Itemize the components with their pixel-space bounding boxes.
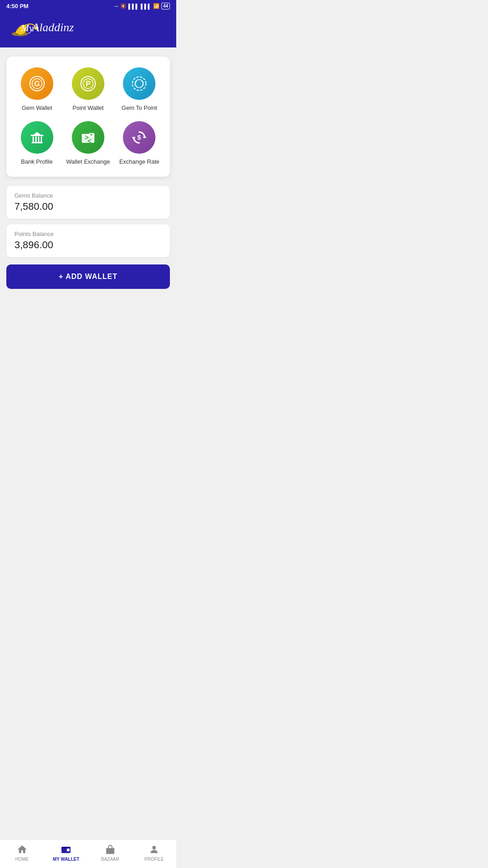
svg-rect-16 (41, 137, 42, 142)
gems-balance-card: Gems Balance 7,580.00 (6, 186, 170, 219)
bank-icon (28, 128, 46, 146)
gem-wallet-item[interactable]: G Gem Wallet (14, 67, 60, 112)
svg-point-10 (132, 77, 146, 90)
point-wallet-icon: P (79, 75, 97, 93)
points-balance-value: 3,896.00 (14, 239, 162, 251)
point-wallet-icon-circle: P (72, 67, 104, 100)
status-bar: 4:50 PM ··· 🔇 ▌▌▌ ▌▌▌ 📶 44 (0, 0, 176, 12)
status-time: 4:50 PM (6, 3, 28, 9)
exchange-rate-label: Exchange Rate (119, 158, 160, 166)
points-balance-label: Points Balance (14, 231, 162, 237)
point-wallet-label: Point Wallet (73, 104, 104, 112)
exchange-rate-item[interactable]: $ Exchange Rate (116, 121, 163, 166)
wallet-exchange-item[interactable]: Wallet Exchange (65, 121, 111, 166)
wallet-exchange-icon-circle (72, 121, 104, 154)
battery-indicator: 44 (161, 3, 170, 9)
wallet-exchange-label: Wallet Exchange (66, 158, 110, 166)
svg-text:P: P (86, 80, 91, 88)
gem-wallet-icon: G (28, 75, 46, 93)
app-header: My Aladdinz (0, 12, 176, 47)
svg-marker-23 (143, 135, 146, 138)
feature-grid: G Gem Wallet P Point Wallet (14, 67, 163, 166)
points-balance-card: Points Balance 3,896.00 (6, 224, 170, 257)
svg-rect-15 (38, 137, 39, 142)
main-content: G Gem Wallet P Point Wallet (0, 47, 176, 334)
gem-to-point-icon-circle (123, 67, 155, 100)
add-wallet-button[interactable]: + ADD WALLET (6, 264, 170, 289)
exchange-rate-icon: $ (130, 128, 148, 146)
status-icons: ··· 🔇 ▌▌▌ ▌▌▌ 📶 44 (114, 3, 170, 9)
gem-wallet-label: Gem Wallet (22, 104, 52, 112)
svg-rect-14 (35, 137, 37, 142)
bank-profile-label: Bank Profile (21, 158, 53, 166)
svg-text:Aladdinz: Aladdinz (31, 21, 74, 34)
svg-text:$: $ (137, 134, 141, 141)
svg-rect-17 (32, 142, 42, 143)
gem-to-point-label: Gem To Point (122, 104, 157, 112)
logo-svg: My Aladdinz (7, 17, 80, 39)
bank-profile-icon-circle (21, 121, 53, 154)
gem-to-point-item[interactable]: Gem To Point (116, 67, 163, 112)
svg-rect-18 (31, 135, 43, 136)
gem-to-point-icon (130, 75, 148, 93)
svg-rect-13 (33, 137, 34, 142)
point-wallet-item[interactable]: P Point Wallet (65, 67, 111, 112)
svg-point-11 (135, 80, 143, 88)
bank-profile-item[interactable]: Bank Profile (14, 121, 60, 166)
gems-balance-value: 7,580.00 (14, 201, 162, 212)
feature-card: G Gem Wallet P Point Wallet (6, 57, 170, 177)
gems-balance-label: Gems Balance (14, 192, 162, 199)
svg-text:My: My (20, 22, 33, 33)
app-logo: My Aladdinz (7, 17, 80, 39)
svg-marker-24 (132, 137, 136, 140)
gem-wallet-icon-circle: G (21, 67, 53, 100)
svg-point-22 (90, 134, 92, 136)
exchange-rate-icon-circle: $ (123, 121, 155, 154)
wallet-exchange-icon (79, 128, 97, 146)
svg-text:G: G (34, 80, 39, 88)
